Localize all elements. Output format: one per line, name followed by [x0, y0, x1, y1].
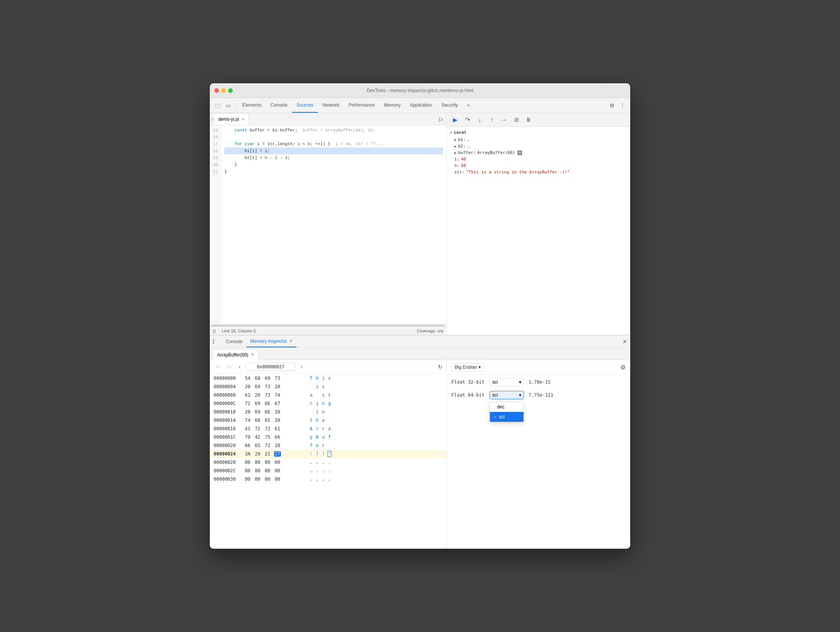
buffer-tab-close[interactable]: ✕: [251, 352, 254, 357]
tab-performance[interactable]: Performance: [344, 98, 379, 113]
panel-menu-btn[interactable]: [213, 339, 219, 345]
status-bar: {} Line 18, Column 5 Coverage: n/a: [210, 326, 446, 335]
step-into-btn[interactable]: ↓: [474, 115, 485, 125]
mem-back-btn[interactable]: ↩: [214, 362, 223, 371]
tab-more[interactable]: »: [462, 98, 474, 113]
devtools-body: ⬚ ▭ Elements Console Sources Network Per…: [210, 98, 630, 549]
code-line: }: [224, 168, 443, 175]
bottom-tab-console[interactable]: Console: [222, 335, 246, 347]
mem-settings-btn[interactable]: ⚙: [620, 364, 626, 371]
code-line-active: b1[i] = i;: [224, 147, 443, 154]
endian-select[interactable]: Big Endian ▾: [451, 363, 484, 371]
mem-row: 00000018 41 72 72 61 A r r: [210, 425, 446, 433]
debug-item-buffer[interactable]: ▶ buffer: ArrayBuffer(60) ⊞: [447, 149, 630, 156]
mem-chars: f e r: [305, 443, 331, 448]
mem-chars: t h e: [305, 418, 331, 423]
mem-chars: . . . .: [305, 468, 331, 473]
pause-on-exceptions-btn[interactable]: ⏸: [523, 115, 534, 125]
mem-bytes: 3A 29 21 27: [244, 451, 305, 457]
mem-char-selected: ': [328, 451, 331, 457]
memory-inspector-content: ↩ ↪ ‹ › ↻ 00000000 54 68: [210, 360, 630, 549]
debug-item-n: n: 60: [447, 162, 630, 169]
bottom-tab-memory-inspector[interactable]: Memory Inspector ✕: [246, 335, 297, 347]
debug-panel: ▾ Local ▶ b1: … ▶ b2: … ▶: [447, 127, 630, 335]
mem-row: 0000000C 72 69 6E 67 r i n: [210, 399, 446, 408]
float32-label: Float 32-bit: [451, 379, 490, 385]
tab-memory[interactable]: Memory: [379, 98, 405, 113]
mem-addr: 00000028: [214, 460, 244, 465]
buffer-inspect-icon[interactable]: ⊞: [517, 151, 522, 155]
float32-value: 1.78e-15: [529, 379, 551, 385]
float64-format-value: sci: [492, 392, 498, 398]
local-section-label: Local: [454, 130, 467, 135]
mem-addr: 00000018: [214, 426, 244, 431]
bottom-panel-close-btn[interactable]: ✕: [623, 339, 627, 345]
mem-bytes: 61 20 73 74: [244, 392, 305, 398]
mem-byte-selected[interactable]: 27: [274, 451, 281, 457]
mem-addr: 00000030: [214, 476, 244, 482]
dec-checkmark: [494, 405, 495, 409]
tab-application[interactable]: Application: [405, 98, 437, 113]
bottom-panel: Console Memory Inspector ✕ ✕ ArrayBuffer…: [210, 335, 630, 549]
editor-tab-close[interactable]: ✕: [242, 117, 245, 122]
tab-security[interactable]: Security: [437, 98, 462, 113]
mem-row: 00000000 54 68 69 73 T h i: [210, 374, 446, 382]
close-button[interactable]: [214, 88, 219, 93]
line-numbers: 15 16 17 18 19 20 21: [210, 125, 221, 323]
run-snippet-btn[interactable]: ▷: [439, 116, 443, 122]
mem-bytes: 74 68 65 20: [244, 418, 305, 423]
dropdown-option-dec[interactable]: dec: [490, 402, 524, 412]
mem-right-toolbar: Big Endian ▾ ⚙: [447, 360, 630, 375]
buffer-tab-arraybuffer[interactable]: ArrayBuffer(60) ✕: [213, 349, 258, 360]
mem-bytes: 41 72 72 61: [244, 426, 305, 431]
device-toolbar-btn[interactable]: ▭: [224, 101, 233, 110]
mem-bytes: 79 42 75 66: [244, 434, 305, 440]
settings-btn[interactable]: ⚙: [607, 101, 616, 110]
toolbar-icons: ⬚ ▭: [213, 101, 236, 110]
mem-address-input[interactable]: [246, 363, 295, 371]
maximize-button[interactable]: [228, 88, 233, 93]
debug-item-b1[interactable]: ▶ b1: …: [447, 136, 630, 143]
mem-row-highlighted: 00000024 3A 29 21 27 : ) !: [210, 450, 446, 458]
more-options-btn[interactable]: ⋮: [618, 101, 627, 110]
float64-format-select[interactable]: sci ▾: [490, 391, 524, 399]
tab-console[interactable]: Console: [266, 98, 292, 113]
mem-row: 0000001C 79 42 75 66 y B u: [210, 433, 446, 441]
mem-forward-btn[interactable]: ↪: [224, 362, 234, 371]
local-section-header[interactable]: ▾ Local: [447, 128, 630, 136]
float64-value: 7.75e-121: [529, 392, 553, 398]
mem-addr-bold: 00000024: [214, 451, 244, 457]
step-out-btn[interactable]: ↑: [486, 115, 497, 125]
toolbar-right: ⚙ ⋮: [607, 101, 627, 110]
dropdown-option-sci-label: sci: [499, 414, 505, 420]
buffer-tab-bar: ArrayBuffer(60) ✕: [210, 348, 630, 360]
memory-inspector-tab-close[interactable]: ✕: [289, 339, 293, 344]
minimize-button[interactable]: [221, 88, 226, 93]
mem-row: 00000004 20 69 73 20 i s: [210, 382, 446, 391]
float32-format-select[interactable]: sci ▾: [490, 378, 524, 386]
resume-btn[interactable]: ▶: [450, 115, 461, 125]
step-over-btn[interactable]: ↷: [462, 115, 473, 125]
tab-sources[interactable]: Sources: [292, 98, 318, 113]
editor-tab-filename: demo-js.js: [218, 117, 239, 122]
memory-table: 00000000 54 68 69 73 T h i: [210, 374, 446, 549]
dropdown-option-sci[interactable]: ✓ sci: [490, 412, 524, 422]
tab-elements[interactable]: Elements: [238, 98, 266, 113]
mem-next-btn[interactable]: ›: [297, 362, 306, 371]
float64-dropdown-arrow: ▾: [519, 392, 521, 398]
scrollbar-area[interactable]: [210, 323, 446, 326]
mem-row: 0000002C 00 00 00 00 . . .: [210, 467, 446, 475]
mem-refresh-btn[interactable]: ↻: [438, 364, 443, 370]
editor-tab-file[interactable]: demo-js.js ✕: [214, 113, 249, 125]
mem-prev-btn[interactable]: ‹: [235, 362, 244, 371]
traffic-lights: [214, 88, 233, 93]
code-line: b2[i] = n - i - 1;: [224, 154, 443, 161]
mem-chars: i s: [305, 384, 331, 389]
deactivate-breakpoints-btn[interactable]: ⊘: [511, 115, 522, 125]
debug-item-b2[interactable]: ▶ b2: …: [447, 143, 630, 149]
cursor-tool-btn[interactable]: ⬚: [213, 101, 222, 110]
step-btn[interactable]: →: [499, 115, 509, 125]
tab-network[interactable]: Network: [318, 98, 344, 113]
memory-nav: ↩ ↪ ‹ › ↻: [210, 360, 446, 374]
mem-bytes: 00 00 00 00: [244, 460, 305, 465]
